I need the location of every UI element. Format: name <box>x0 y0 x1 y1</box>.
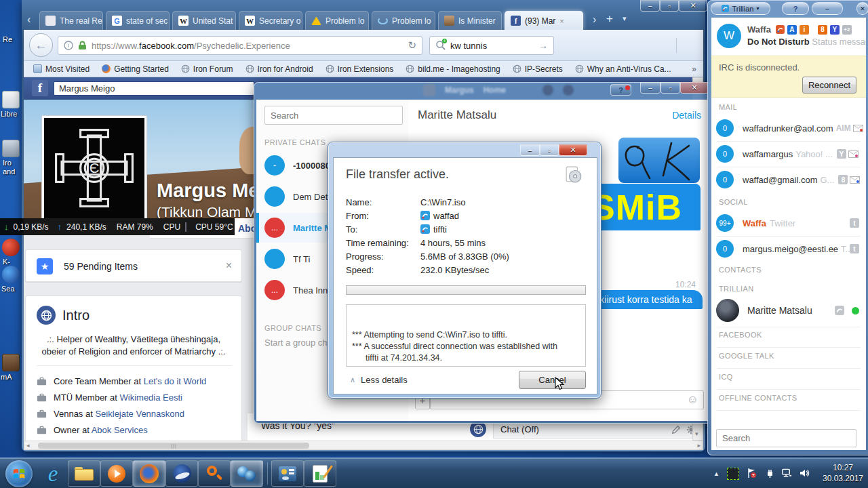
desktop-icon-label[interactable]: Libre <box>1 110 17 118</box>
contacts-section-header[interactable]: CONTACTS <box>719 266 762 274</box>
https-lock-icon[interactable] <box>78 41 87 50</box>
tray-expand-icon[interactable]: ▲ <box>713 470 719 477</box>
desktop-icon-label[interactable]: Sea <box>1 285 15 293</box>
seamonkey-taskbar-button[interactable] <box>165 460 198 487</box>
chat-search-input[interactable] <box>264 106 403 125</box>
close-button[interactable]: ✕ <box>679 0 707 12</box>
browser-tab-active[interactable]: f (93) Mar × <box>505 11 583 30</box>
trillian-close-button[interactable]: ✕ <box>856 2 868 15</box>
info-icon[interactable]: i <box>64 41 73 50</box>
internet-explorer-icon[interactable]: e <box>39 462 66 486</box>
offline-contacts-section-header[interactable]: OFFLINE CONTACTS <box>719 394 797 402</box>
back-button[interactable]: ← <box>29 33 53 57</box>
trillian-group-header[interactable]: TRILLIAN <box>719 285 754 293</box>
chat-maximize-button[interactable]: ▫ <box>660 82 680 94</box>
contact-row[interactable]: Maritte Matsalu <box>711 297 866 324</box>
bookmark-item[interactable]: bild.me - Imagehosting <box>406 64 500 74</box>
browser-tab[interactable]: Problem lo <box>305 11 369 30</box>
browser-tab[interactable]: Problem lo <box>372 11 435 30</box>
trillian-help-button[interactable]: ? <box>782 2 809 15</box>
reconnect-button[interactable]: Reconnect <box>802 77 856 94</box>
less-details-toggle[interactable]: ∧ Less details <box>350 375 408 385</box>
mail-account-row[interactable]: 0 waffadrunker@aol.com AIM <box>711 115 866 141</box>
icq-service-icon[interactable]: i <box>800 25 809 35</box>
mail-account-row[interactable]: 0 waffamargus Yahoo! ... Y <box>711 141 866 167</box>
seamonkey-desktop-icon[interactable] <box>2 266 20 283</box>
scrollbar-thumb[interactable]: ||| <box>38 443 309 449</box>
bookmark-item[interactable]: Iron Forum <box>181 64 233 74</box>
mail-account-row[interactable]: 0 waffad@gmail.com G... 8 <box>711 167 866 192</box>
doodle-message-ok[interactable] <box>618 138 700 183</box>
cancel-button[interactable]: Cancel <box>519 371 586 389</box>
network-tray-icon[interactable] <box>781 468 792 479</box>
work-link[interactable]: Wikimedia Eesti <box>120 392 182 403</box>
browser-tab[interactable]: W Secretary o <box>239 11 302 30</box>
self-avatar[interactable]: W <box>717 24 741 48</box>
libreoffice-icon[interactable] <box>2 91 20 108</box>
trillian-menu-button[interactable]: Trillian ▾ <box>711 2 770 15</box>
search-tool-taskbar-button[interactable] <box>198 460 231 487</box>
aim-service-icon[interactable]: A <box>787 25 797 35</box>
work-link[interactable]: Let's do it World <box>144 376 207 386</box>
contacts-search-input[interactable] <box>716 429 856 447</box>
maximize-button[interactable]: ▫ <box>660 0 679 12</box>
bookmark-item[interactable]: Why an Anti-Virus Ca... <box>575 64 671 74</box>
facebook-logo[interactable]: f <box>32 80 48 96</box>
facebook-search-input[interactable] <box>54 81 254 96</box>
google-service-icon[interactable]: 8 <box>818 25 827 35</box>
desktop-icon-label[interactable]: K- <box>3 258 10 266</box>
work-link[interactable]: Seiklejate Vennaskond <box>95 409 184 419</box>
trillian-minimize-button[interactable]: − <box>812 2 843 15</box>
search-go-icon[interactable]: → <box>538 40 548 51</box>
minimize-button[interactable]: − <box>640 0 660 12</box>
clock[interactable]: 10:27 30.03.2017 <box>822 462 864 484</box>
scroll-right-icon[interactable]: ▸ <box>697 442 701 449</box>
close-tab-icon[interactable]: × <box>559 17 564 25</box>
bookmark-item[interactable]: Iron for Android <box>245 64 313 74</box>
trillian-service-icon[interactable] <box>776 25 785 34</box>
tab-scroll-left-icon[interactable]: ‹ <box>27 14 31 26</box>
details-link[interactable]: Details <box>672 110 701 121</box>
social-account-row[interactable]: 0 margus.meigo@eesti.ee T... t <box>711 236 866 262</box>
media-player-taskbar-button[interactable] <box>100 460 133 487</box>
work-link[interactable]: Abok Services <box>92 425 148 435</box>
power-tray-icon[interactable] <box>764 468 775 479</box>
browser-tab[interactable]: The real Re <box>39 11 103 30</box>
chat-close-button[interactable]: ✕ <box>680 82 709 94</box>
editor-taskbar-button[interactable] <box>304 460 336 487</box>
compose-icon[interactable] <box>671 425 681 434</box>
chat-help-button[interactable]: ? <box>610 84 631 96</box>
horizontal-scrollbar[interactable]: ◂ ||| ▸ <box>24 441 703 450</box>
more-services-badge[interactable]: +2 <box>842 25 852 35</box>
search-engine-icon[interactable]: + <box>435 40 446 51</box>
bookmarks-overflow-icon[interactable]: » <box>692 64 696 74</box>
start-button[interactable] <box>5 460 33 487</box>
search-bar[interactable]: + kw tunnis → <box>429 36 554 55</box>
dismiss-icon[interactable]: × <box>226 260 232 272</box>
url-bar[interactable]: i https://www.facebook.com/Psychedelic.E… <box>58 36 422 55</box>
google-talk-section-header[interactable]: GOOGLE TALK <box>719 352 774 360</box>
desktop-icon-label[interactable]: Re <box>3 35 12 43</box>
social-account-row[interactable]: 99+ Waffa Twitter t <box>711 210 866 236</box>
dialog-restore-button[interactable]: ▫ <box>540 144 559 156</box>
browser-tab[interactable]: Is Minister <box>438 11 502 30</box>
social-section-header[interactable]: SOCIAL <box>719 198 748 206</box>
status-row[interactable]: Do Not Disturb Status messag... <box>747 37 866 47</box>
bookmark-item[interactable]: Iron Extensions <box>326 64 394 74</box>
browser-tab[interactable]: G state of sec <box>106 11 170 30</box>
scroll-down-icon[interactable]: ▾ <box>695 430 698 437</box>
chat-title-bar[interactable]: Margus Home ? − ▫ ✕ <box>254 82 716 100</box>
tab-list-dropdown-icon[interactable]: ▾ <box>623 14 627 23</box>
reload-icon[interactable]: ↻ <box>408 39 416 52</box>
volume-tray-icon[interactable] <box>799 468 810 479</box>
tab-scroll-right-icon[interactable]: › <box>593 14 596 26</box>
new-tab-button[interactable]: + <box>606 12 613 26</box>
profile-picture[interactable]: Є <box>41 115 147 221</box>
bookmark-item[interactable]: Getting Started <box>102 64 169 74</box>
scroll-left-icon[interactable]: ◂ <box>26 442 30 449</box>
dialog-minimize-button[interactable]: − <box>520 144 540 156</box>
chat-minimize-button[interactable]: − <box>640 82 660 94</box>
network-activity-tray-icon[interactable] <box>727 468 739 480</box>
settings-taskbar-button[interactable] <box>271 460 304 487</box>
iron-icon[interactable] <box>2 140 20 157</box>
